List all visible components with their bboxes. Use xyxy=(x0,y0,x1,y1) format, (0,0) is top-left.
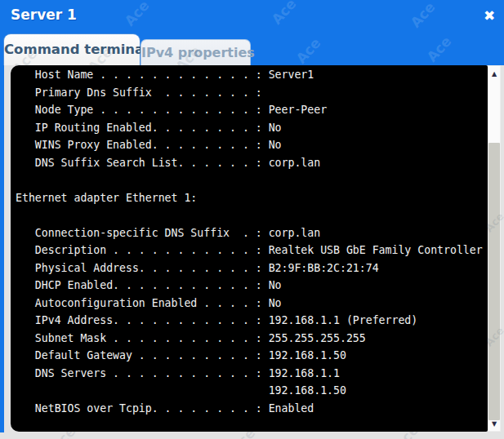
tab-bar: Command terminal Ace Ace IPv4 properties… xyxy=(0,31,504,65)
watermark-text: Ace xyxy=(121,0,152,29)
tab-label: IPv4 properties xyxy=(141,45,255,60)
title-bar: Ace Ace Ace Server 1 ✖ xyxy=(0,0,504,31)
tab-command-terminal[interactable]: Command terminal Ace Ace xyxy=(4,34,140,65)
scroll-down-icon[interactable]: ▼ xyxy=(488,419,501,431)
watermark-text: Ace xyxy=(292,34,323,66)
dialog-left-border xyxy=(0,65,4,432)
terminal-scrollbar[interactable]: ▲ Ace Ace ▼ xyxy=(488,65,501,432)
scrollbar-thumb[interactable]: Ace Ace xyxy=(488,143,500,420)
watermark-text: Ace xyxy=(423,33,454,64)
server-dialog: Ace Ace Ace Server 1 ✖ Command terminal … xyxy=(0,0,504,439)
tab-label: Command terminal xyxy=(4,42,149,57)
window-title: Server 1 xyxy=(11,7,77,23)
watermark-text: Ace xyxy=(268,0,299,28)
ipconfig-output-text: Host Name . . . . . . . . . . . . : Serv… xyxy=(11,65,488,417)
scroll-up-icon[interactable]: ▲ xyxy=(488,67,501,82)
close-icon[interactable]: ✖ xyxy=(480,7,498,24)
command-terminal-output[interactable]: Host Name . . . . . . . . . . . . : Serv… xyxy=(11,65,488,432)
watermark-text: Ace xyxy=(407,0,438,31)
tab-ipv4-properties[interactable]: IPv4 properties Ace xyxy=(140,39,251,65)
